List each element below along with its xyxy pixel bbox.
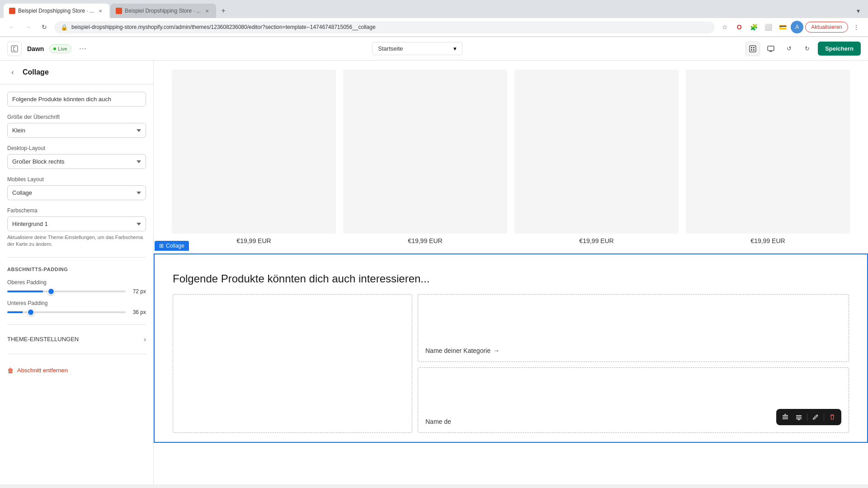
sidebar-header: ‹ Collage xyxy=(0,61,153,84)
top-padding-value: 72 px xyxy=(130,288,146,295)
sidebar-section-title: Collage xyxy=(23,68,49,76)
product-card-1: €19,99 EUR xyxy=(172,70,336,244)
refresh-nav-button[interactable]: ↻ xyxy=(38,21,51,33)
bottom-padding-value: 36 px xyxy=(130,309,146,315)
heading-size-label: Größe der Überschrift xyxy=(7,114,146,120)
product-image-3 xyxy=(514,70,679,234)
desktop-layout-select[interactable]: Großer Block rechts Großer Block links G… xyxy=(7,154,146,169)
back-nav-button[interactable]: ← xyxy=(5,21,18,33)
context-separator-2 xyxy=(824,413,824,421)
toolbar-center: Startseite ▾ xyxy=(95,42,741,55)
context-move-down-button[interactable] xyxy=(793,411,805,423)
top-padding-row: Oberes Padding 72 px xyxy=(7,279,146,295)
collage-cell-small-bottom[interactable]: Name de xyxy=(418,367,849,433)
bottom-padding-row: Unteres Padding 36 px xyxy=(7,300,146,315)
live-badge: Live xyxy=(49,44,71,53)
product-price-2: €19,99 EUR xyxy=(343,237,507,244)
product-price-3: €19,99 EUR xyxy=(514,237,679,244)
product-image-4 xyxy=(686,70,850,234)
svg-rect-3 xyxy=(783,415,788,416)
collapse-button[interactable]: ▾ xyxy=(852,5,864,17)
toolbar-right: ↺ ↻ Speichern xyxy=(745,42,861,56)
screenshot-icon[interactable]: ⬜ xyxy=(762,21,774,33)
wallet-icon[interactable]: 💳 xyxy=(776,21,789,33)
menu-icon[interactable]: ⋮ xyxy=(850,21,863,33)
chevron-right-icon: › xyxy=(144,336,146,343)
top-padding-slider[interactable] xyxy=(7,291,126,292)
mobile-layout-select[interactable]: Collage Spalte Reihe xyxy=(7,185,146,200)
collage-inner: Folgende Produkte könnten dich auch inte… xyxy=(155,254,867,442)
address-bar: ← → ↻ 🔒 beispiel-dropshipping-store.mysh… xyxy=(0,18,868,37)
desktop-view-button[interactable] xyxy=(764,42,778,56)
context-delete-button[interactable] xyxy=(826,411,839,423)
browser-actions: ☆ O 🧩 ⬜ 💳 A Aktualisieren ⋮ xyxy=(718,21,863,33)
svg-rect-6 xyxy=(796,415,802,416)
bottom-padding-slider[interactable] xyxy=(7,311,126,313)
preview-area: €19,99 EUR €19,99 EUR €19,99 EUR €19,99 … xyxy=(154,61,868,484)
desktop-layout-label: Desktop-Layout xyxy=(7,145,146,151)
editor-toolbar: Dawn Live ··· Startseite ▾ ↺ ↻ Speichern xyxy=(0,37,868,61)
chevron-down-icon: ▾ xyxy=(453,45,457,52)
cell-name-3: Name de xyxy=(425,418,451,425)
delete-section-row[interactable]: 🗑 Abschnitt entfernen xyxy=(7,363,146,378)
theme-settings-label: THEME-EINSTELLUNGEN xyxy=(7,336,79,343)
collage-section-tab[interactable]: ⊞ Collage xyxy=(155,241,189,251)
preview-canvas: €19,99 EUR €19,99 EUR €19,99 EUR €19,99 … xyxy=(154,61,868,484)
redo-button[interactable]: ↻ xyxy=(800,42,814,56)
svg-rect-0 xyxy=(11,46,18,52)
tab-1[interactable]: Beispiel Dropshipping Store · ... ✕ xyxy=(4,4,109,18)
cell-name-1: Name deiner Kategorie xyxy=(425,347,491,354)
product-card-3: €19,99 EUR xyxy=(514,70,679,244)
editor-back-button[interactable] xyxy=(7,42,22,56)
mobile-layout-field-group: Mobiles Layout Collage Spalte Reihe xyxy=(7,176,146,200)
heading-size-field-group: Größe der Überschrift Klein Mittel Groß xyxy=(7,114,146,138)
save-button[interactable]: Speichern xyxy=(818,42,861,56)
tab-2-favicon xyxy=(116,8,122,14)
update-browser-button[interactable]: Aktualisieren xyxy=(805,22,848,33)
forward-nav-button[interactable]: → xyxy=(22,21,34,33)
desktop-layout-field-group: Desktop-Layout Großer Block rechts Große… xyxy=(7,145,146,169)
tab-2-close[interactable]: ✕ xyxy=(203,7,211,14)
svg-rect-8 xyxy=(796,418,802,419)
product-price-4: €19,99 EUR xyxy=(686,237,850,244)
heading-text-input[interactable] xyxy=(7,92,146,107)
context-menu xyxy=(776,409,841,425)
select-tool-button[interactable] xyxy=(745,42,760,56)
context-move-up-button[interactable] xyxy=(779,411,792,423)
product-image-1 xyxy=(172,70,336,234)
collage-cell-large[interactable] xyxy=(173,294,412,433)
shopify-editor: Dawn Live ··· Startseite ▾ ↺ ↻ Speichern xyxy=(0,37,868,484)
bottom-padding-slider-row: 36 px xyxy=(7,309,146,315)
context-edit-button[interactable] xyxy=(809,411,822,423)
more-options-button[interactable]: ··· xyxy=(77,42,90,55)
bottom-padding-label: Unteres Padding xyxy=(7,300,146,306)
tab-1-close[interactable]: ✕ xyxy=(97,7,104,14)
svg-rect-7 xyxy=(796,417,802,418)
product-price-1: €19,99 EUR xyxy=(172,237,336,244)
sidebar: ‹ Collage Größe der Überschrift Klein Mi… xyxy=(0,61,154,484)
svg-rect-5 xyxy=(783,418,788,419)
theme-settings-row[interactable]: THEME-EINSTELLUNGEN › xyxy=(7,334,146,345)
extensions-icon[interactable]: 🧩 xyxy=(747,21,760,33)
page-selector[interactable]: Startseite ▾ xyxy=(372,42,462,55)
collage-cell-small-top[interactable]: Name deiner Kategorie → xyxy=(418,294,849,362)
product-card-2: €19,99 EUR xyxy=(343,70,507,244)
padding-divider xyxy=(7,257,146,258)
delete-divider xyxy=(7,354,146,354)
color-scheme-select[interactable]: Hintergrund 1 Hintergrund 2 Akzent 1 xyxy=(7,216,146,231)
collage-section[interactable]: ⊞ Collage Folgende Produkte könnten dich… xyxy=(154,253,868,443)
heading-field-group xyxy=(7,92,146,107)
bookmark-icon[interactable]: ☆ xyxy=(718,21,731,33)
undo-button[interactable]: ↺ xyxy=(782,42,796,56)
browser-chrome: Beispiel Dropshipping Store · ... ✕ Beis… xyxy=(0,0,868,37)
svg-rect-1 xyxy=(750,46,756,52)
heading-size-select[interactable]: Klein Mittel Groß xyxy=(7,123,146,138)
sidebar-back-button[interactable]: ‹ xyxy=(7,67,18,78)
opera-icon[interactable]: O xyxy=(733,21,745,33)
new-tab-button[interactable]: + xyxy=(217,5,230,17)
profile-avatar[interactable]: A xyxy=(791,21,803,33)
top-padding-label: Oberes Padding xyxy=(7,279,146,286)
color-scheme-label: Farbschema xyxy=(7,207,146,214)
tab-2[interactable]: Beispiel Dropshipping Store · ... ✕ xyxy=(110,4,216,18)
url-bar[interactable]: 🔒 beispiel-dropshipping-store.myshopify.… xyxy=(54,21,715,33)
